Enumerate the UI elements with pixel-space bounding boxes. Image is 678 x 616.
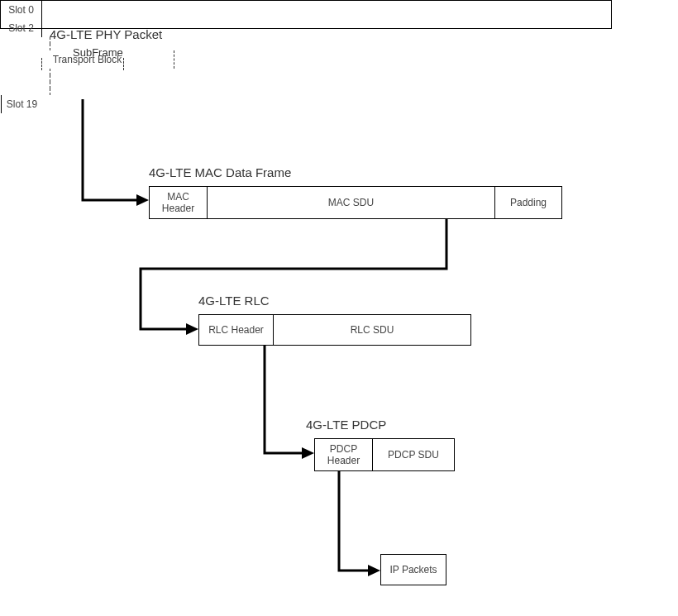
phy-empty-cell [1, 82, 50, 88]
diagram-container: 4G-LTE PHY Packet SubFrame Slot 0 Slot 2… [0, 0, 678, 616]
phy-slot-0: Slot 0 [1, 1, 42, 19]
phy-title: 4G-LTE PHY Packet [50, 27, 162, 41]
mac-padding-cell: Padding [495, 187, 561, 218]
arrow-phy-to-mac [33, 99, 157, 211]
rlc-title: 4G-LTE RLC [198, 294, 270, 308]
svg-marker-2 [302, 447, 314, 459]
svg-marker-1 [186, 323, 198, 335]
pdcp-title: 4G-LTE PDCP [306, 418, 386, 432]
mac-header-cell: MAC Header [150, 187, 208, 218]
pdcp-sdu-cell: PDCP SDU [373, 439, 454, 470]
svg-marker-3 [368, 565, 380, 576]
phy-slot-2: Slot 2 [1, 19, 42, 37]
rlc-sdu-cell: RLC SDU [274, 315, 470, 345]
svg-marker-0 [136, 194, 149, 206]
subframe-bracket [41, 58, 124, 70]
phy-subframe-label: SubFrame [73, 46, 123, 59]
phy-empty-cell [1, 75, 50, 82]
mac-title: 4G-LTE MAC Data Frame [149, 165, 291, 179]
mac-sdu-cell: MAC SDU [208, 187, 495, 218]
phy-empty-cell [1, 44, 50, 50]
pdcp-row: PDCP Header PDCP SDU [314, 438, 455, 471]
mac-row: MAC Header MAC SDU Padding [149, 186, 562, 219]
rlc-row: RLC Header RLC SDU [198, 314, 471, 346]
phy-row: Slot 0 Slot 2 Transport Block Slot 19 [0, 0, 612, 29]
phy-empty-cell [1, 37, 50, 44]
pdcp-header-cell: PDCP Header [315, 439, 373, 470]
rlc-header-cell: RLC Header [199, 315, 274, 345]
phy-empty-cell [1, 88, 50, 95]
ip-packets-box: IP Packets [380, 554, 446, 585]
